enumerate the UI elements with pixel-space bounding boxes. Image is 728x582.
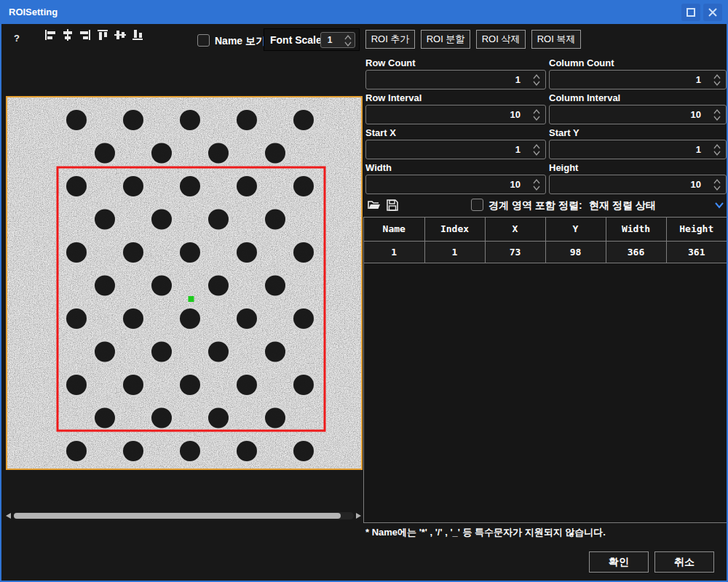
font-scale-spinner[interactable]: 1 bbox=[320, 32, 355, 48]
spinner-arrows-icon[interactable] bbox=[713, 72, 721, 88]
cell-height: 361 bbox=[666, 241, 727, 263]
restore-button[interactable] bbox=[681, 4, 700, 21]
spinner-arrows-icon[interactable] bbox=[713, 177, 721, 193]
cell-width: 366 bbox=[606, 241, 666, 263]
cell-y: 98 bbox=[545, 241, 606, 263]
column-interval-input[interactable]: 10 bbox=[549, 105, 727, 124]
close-icon bbox=[708, 7, 718, 17]
spinner-arrows-icon[interactable] bbox=[713, 142, 721, 158]
roi-setting-dialog: ROISetting ? bbox=[0, 0, 728, 582]
roi-add-button[interactable]: ROI 추가 bbox=[365, 30, 415, 49]
close-button[interactable] bbox=[703, 4, 722, 21]
height-input[interactable]: 10 bbox=[549, 175, 727, 194]
window-title: ROISetting bbox=[9, 7, 58, 17]
align-hcenter-icon bbox=[60, 28, 75, 42]
roi-delete-button[interactable]: ROI 삭제 bbox=[476, 30, 526, 49]
table-row[interactable]: 1 1 73 98 366 361 bbox=[364, 241, 727, 263]
restore-icon bbox=[686, 7, 696, 17]
width-value: 10 bbox=[510, 179, 521, 190]
font-scale-group: Font Scale 1 bbox=[264, 28, 360, 51]
help-button[interactable]: ? bbox=[14, 33, 20, 44]
cell-index: 1 bbox=[424, 241, 485, 263]
col-header-y[interactable]: Y bbox=[545, 218, 606, 241]
column-count-value: 1 bbox=[696, 74, 701, 85]
name-view-checkbox[interactable] bbox=[197, 34, 210, 47]
align-vcenter-button[interactable] bbox=[112, 27, 128, 43]
folder-open-icon bbox=[367, 198, 381, 212]
sort-label: 정렬: bbox=[558, 199, 582, 212]
row-interval-input[interactable]: 10 bbox=[365, 105, 546, 124]
toolbar: ? bbox=[3, 24, 725, 53]
col-header-x[interactable]: X bbox=[485, 218, 545, 241]
start-x-label: Start X bbox=[365, 127, 396, 138]
name-restriction-note: * Name에는 '*' , '/' , '_' 등 특수문자가 지원되지 않습… bbox=[365, 526, 606, 539]
ok-button[interactable]: 확인 bbox=[589, 551, 649, 573]
col-header-index[interactable]: Index bbox=[424, 218, 485, 241]
row-count-value: 1 bbox=[515, 74, 521, 85]
col-header-name[interactable]: Name bbox=[364, 218, 424, 241]
roi-center-marker bbox=[189, 296, 194, 302]
row-interval-value: 10 bbox=[510, 109, 521, 120]
start-y-label: Start Y bbox=[549, 127, 579, 138]
align-bottom-icon bbox=[130, 28, 145, 42]
font-scale-value: 1 bbox=[321, 35, 339, 45]
open-file-button[interactable] bbox=[367, 198, 381, 212]
spinner-arrows-icon[interactable] bbox=[532, 177, 541, 193]
col-header-width[interactable]: Width bbox=[606, 218, 666, 241]
column-interval-label: Column Interval bbox=[549, 92, 620, 103]
start-x-value: 1 bbox=[515, 144, 521, 155]
table-header-row: Name Index X Y Width Height bbox=[364, 218, 727, 241]
align-right-button[interactable] bbox=[77, 27, 93, 43]
spinner-arrows-icon[interactable] bbox=[713, 107, 721, 123]
align-left-button[interactable] bbox=[42, 27, 58, 43]
column-count-label: Column Count bbox=[549, 57, 614, 68]
spinner-arrows-icon[interactable] bbox=[532, 142, 541, 158]
roi-duplicate-button[interactable]: ROI 복제 bbox=[531, 30, 581, 49]
align-right-icon bbox=[78, 28, 92, 42]
column-count-input[interactable]: 1 bbox=[549, 70, 727, 89]
cancel-button[interactable]: 취소 bbox=[654, 551, 714, 573]
horizontal-scrollbar[interactable] bbox=[4, 511, 363, 521]
chevron-down-icon[interactable] bbox=[713, 200, 725, 210]
roi-split-button[interactable]: ROI 분할 bbox=[421, 30, 470, 49]
spinner-arrows-icon[interactable] bbox=[344, 33, 352, 48]
spinner-arrows-icon[interactable] bbox=[532, 72, 541, 88]
roi-table: Name Index X Y Width Height 1 1 73 98 36… bbox=[363, 217, 727, 523]
align-left-icon bbox=[43, 28, 58, 42]
boundary-area-checkbox[interactable] bbox=[471, 199, 483, 211]
title-bar[interactable]: ROISetting bbox=[1, 1, 727, 24]
start-x-input[interactable]: 1 bbox=[365, 140, 546, 159]
inspection-image[interactable] bbox=[7, 97, 361, 469]
height-label: Height bbox=[549, 162, 578, 173]
width-label: Width bbox=[365, 162, 392, 173]
boundary-area-label: 경계 영역 포함 bbox=[488, 199, 555, 212]
save-icon bbox=[385, 198, 400, 212]
row-count-label: Row Count bbox=[365, 57, 416, 68]
scroll-left-icon[interactable] bbox=[6, 513, 11, 519]
image-noise-texture bbox=[7, 97, 361, 469]
align-vcenter-icon bbox=[113, 28, 127, 42]
image-viewport[interactable] bbox=[6, 96, 363, 470]
cell-x: 73 bbox=[485, 241, 545, 263]
sort-value[interactable]: 현재 정렬 상태 bbox=[589, 199, 656, 212]
align-top-icon bbox=[95, 28, 110, 42]
width-input[interactable]: 10 bbox=[365, 175, 546, 194]
height-value: 10 bbox=[691, 179, 701, 190]
start-y-input[interactable]: 1 bbox=[549, 140, 727, 159]
scroll-right-icon[interactable] bbox=[356, 513, 361, 519]
scrollbar-thumb[interactable] bbox=[14, 513, 341, 519]
cell-name: 1 bbox=[364, 241, 424, 263]
row-count-input[interactable]: 1 bbox=[365, 70, 546, 89]
row-interval-label: Row Interval bbox=[365, 92, 422, 103]
start-y-value: 1 bbox=[696, 144, 701, 155]
save-button[interactable] bbox=[385, 198, 400, 212]
align-bottom-button[interactable] bbox=[130, 27, 146, 43]
col-header-height[interactable]: Height bbox=[666, 218, 727, 241]
font-scale-label: Font Scale bbox=[270, 34, 322, 46]
align-top-button[interactable] bbox=[95, 27, 111, 43]
spinner-arrows-icon[interactable] bbox=[532, 107, 541, 123]
name-view-label: Name 보기 bbox=[215, 35, 266, 48]
column-interval-value: 10 bbox=[691, 109, 701, 120]
align-hcenter-button[interactable] bbox=[60, 27, 76, 43]
